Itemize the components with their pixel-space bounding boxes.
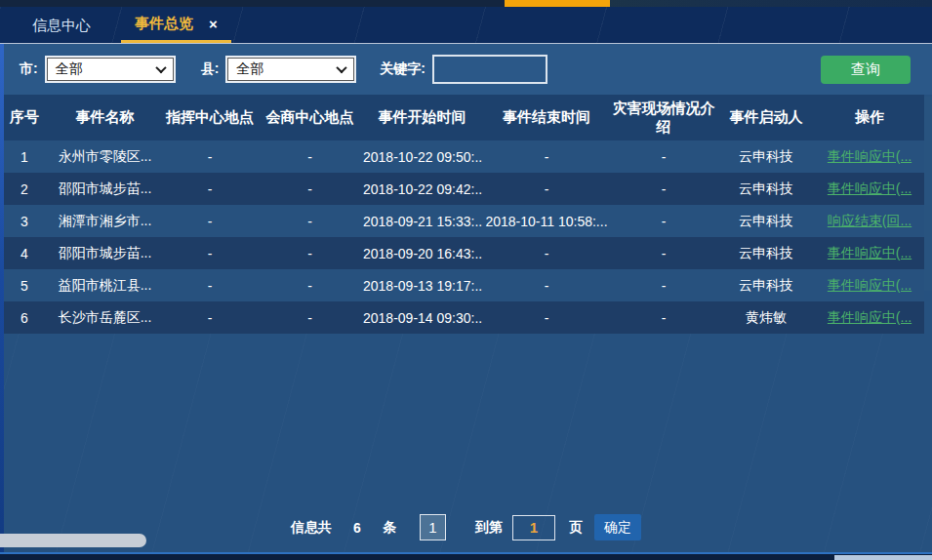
- cell-start-time: 2018-09-14 09:30:...: [361, 301, 483, 334]
- keyword-input[interactable]: [432, 55, 547, 84]
- cell-start-time: 2018-09-13 19:17:...: [361, 269, 483, 301]
- close-icon[interactable]: ×: [209, 17, 218, 31]
- bottom-edge-bar: [0, 554, 932, 560]
- chevron-down-icon: [337, 62, 347, 73]
- cell-scene-intro: -: [610, 237, 717, 269]
- cell-no: 6: [0, 301, 49, 334]
- cell-consult-center: -: [259, 301, 361, 334]
- cell-starter: 云申科技: [717, 205, 815, 237]
- col-header-event-name: 事件名称: [49, 95, 161, 140]
- cell-scene-intro: -: [610, 301, 717, 334]
- filter-bar: 市: 全部 县: 全部 关键字: 查询: [0, 44, 932, 95]
- cell-end-time: -: [483, 237, 610, 269]
- vertical-scrollbar-track[interactable]: [924, 97, 932, 291]
- cell-consult-center: -: [259, 140, 361, 173]
- city-label: 市:: [20, 60, 38, 78]
- county-select-value: 全部: [236, 60, 263, 78]
- table-row: 1 永州市零陵区... - - 2018-10-22 09:50:... - -…: [0, 140, 924, 173]
- cell-command-center: -: [161, 173, 259, 205]
- cell-no: 4: [0, 237, 49, 269]
- table-row: 5 益阳市桃江县... - - 2018-09-13 19:17:... - -…: [0, 269, 924, 301]
- cell-consult-center: -: [259, 173, 361, 205]
- search-button[interactable]: 查询: [821, 56, 911, 84]
- top-accent-bar: [505, 0, 610, 7]
- confirm-button[interactable]: 确定: [594, 514, 641, 540]
- cell-end-time: -: [483, 269, 610, 301]
- cell-end-time: -: [483, 140, 610, 173]
- cell-scene-intro: -: [610, 140, 717, 173]
- cell-command-center: -: [161, 237, 259, 269]
- main-content: 市: 全部 县: 全部 关键字: 查询 序号: [0, 44, 932, 560]
- col-header-start-time: 事件开始时间: [361, 95, 483, 140]
- cell-end-time: -: [483, 173, 610, 205]
- cell-command-center: -: [161, 140, 259, 173]
- event-action-link[interactable]: 事件响应中(...: [828, 277, 912, 293]
- cell-event-name: 长沙市岳麓区...: [49, 301, 161, 334]
- col-header-starter: 事件启动人: [717, 95, 815, 140]
- cell-end-time: -: [483, 301, 610, 334]
- cell-command-center: -: [161, 205, 259, 237]
- pagination-unit: 条: [383, 519, 396, 537]
- event-overview-app: 信息中心 事件总览 × 市: 全部 县: 全部 关键字: 查询: [0, 0, 932, 560]
- col-header-consult-center: 会商中心地点: [259, 95, 361, 140]
- top-strip: [0, 0, 932, 7]
- page-suffix-label: 页: [569, 519, 583, 537]
- cell-no: 5: [0, 269, 49, 301]
- cell-event-name: 邵阳市城步苗...: [49, 237, 161, 269]
- cell-start-time: 2018-10-22 09:42:...: [361, 173, 483, 205]
- cell-no: 2: [0, 173, 49, 205]
- cell-command-center: -: [161, 269, 259, 301]
- cell-scene-intro: -: [610, 173, 717, 205]
- county-label: 县:: [201, 60, 220, 78]
- cell-starter: 云申科技: [717, 269, 815, 301]
- cell-start-time: 2018-09-20 16:43:...: [361, 237, 483, 269]
- cell-event-name: 邵阳市城步苗...: [49, 173, 161, 205]
- col-header-command-center: 指挥中心地点: [161, 95, 259, 140]
- cell-no: 3: [0, 205, 49, 237]
- goto-page-input[interactable]: [512, 515, 555, 540]
- tab-bar: 信息中心 事件总览 ×: [0, 7, 932, 44]
- pagination-total-count: 6: [353, 520, 361, 536]
- table-row: 4 邵阳市城步苗... - - 2018-09-20 16:43:... - -…: [0, 237, 924, 269]
- chevron-down-icon: [155, 62, 166, 73]
- horizontal-scrollbar-thumb[interactable]: [0, 534, 146, 547]
- goto-page-label: 到第: [475, 519, 503, 537]
- col-header-actions: 操作: [815, 95, 924, 140]
- cell-scene-intro: -: [610, 205, 717, 237]
- table-row: 3 湘潭市湘乡市... - - 2018-09-21 15:33:... 201…: [0, 205, 924, 237]
- cell-start-time: 2018-10-22 09:50:...: [361, 140, 483, 173]
- col-header-end-time: 事件结束时间: [483, 95, 610, 140]
- county-select[interactable]: 全部: [225, 56, 356, 83]
- bottom-right-scrollbar-thumb[interactable]: [834, 555, 932, 560]
- cell-no: 1: [0, 140, 49, 173]
- tab-event-overview-label: 事件总览: [135, 15, 193, 33]
- cell-event-name: 湘潭市湘乡市...: [49, 205, 161, 237]
- keyword-label: 关键字:: [380, 60, 425, 78]
- cell-start-time: 2018-09-21 15:33:...: [361, 205, 483, 237]
- cell-end-time: 2018-10-11 10:58:...: [483, 205, 610, 237]
- cell-consult-center: -: [259, 237, 361, 269]
- cell-command-center: -: [161, 301, 259, 334]
- events-table: 序号 事件名称 指挥中心地点 会商中心地点 事件开始时间 事件结束时间 灾害现场…: [0, 95, 924, 334]
- cell-consult-center: -: [259, 205, 361, 237]
- cell-consult-center: -: [259, 269, 361, 301]
- col-header-no: 序号: [0, 95, 49, 140]
- event-action-link[interactable]: 事件响应中(...: [828, 245, 912, 260]
- event-action-link[interactable]: 响应结束(回...: [828, 213, 912, 228]
- table-row: 2 邵阳市城步苗... - - 2018-10-22 09:42:... - -…: [0, 173, 924, 205]
- page-number-button[interactable]: 1: [420, 514, 446, 540]
- cell-event-name: 永州市零陵区...: [49, 140, 161, 173]
- cell-scene-intro: -: [610, 269, 717, 301]
- city-select[interactable]: 全部: [45, 56, 176, 83]
- table-row: 6 长沙市岳麓区... - - 2018-09-14 09:30:... - -…: [0, 301, 924, 334]
- col-header-scene-intro: 灾害现场情况介绍: [610, 95, 717, 140]
- city-select-value: 全部: [56, 60, 83, 78]
- tab-event-overview[interactable]: 事件总览 ×: [121, 7, 231, 43]
- event-action-link[interactable]: 事件响应中(...: [828, 148, 912, 164]
- cell-starter: 云申科技: [717, 173, 815, 205]
- event-action-link[interactable]: 事件响应中(...: [828, 309, 912, 325]
- tab-info-center[interactable]: 信息中心: [32, 7, 91, 43]
- cell-event-name: 益阳市桃江县...: [49, 269, 161, 301]
- event-action-link[interactable]: 事件响应中(...: [828, 180, 912, 196]
- pagination-info-prefix: 信息共: [291, 519, 332, 537]
